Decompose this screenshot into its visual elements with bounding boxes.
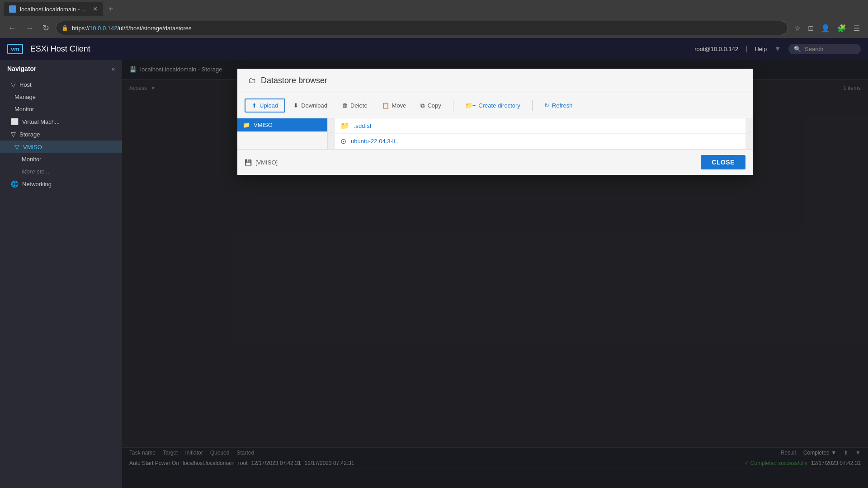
- bookmark-button[interactable]: ☆: [792, 22, 803, 34]
- app-logo: vm: [7, 44, 23, 54]
- sidebar-collapse-button[interactable]: «: [112, 66, 115, 72]
- sidebar-item-label: Monitor: [14, 106, 34, 113]
- vm-icon: ⬜: [11, 118, 19, 125]
- footer-path: 💾 [VMISO]: [245, 159, 278, 166]
- header-search[interactable]: 🔍 Search: [788, 44, 861, 54]
- extensions-button[interactable]: 🧩: [835, 22, 849, 34]
- sidebar-item-storage[interactable]: ▽ Storage: [0, 128, 122, 141]
- toolbar-divider-2: [532, 100, 533, 111]
- sidebar-item-vmiso-monitor[interactable]: Monitor: [0, 153, 122, 165]
- sidebar-item-label: Manage: [14, 94, 36, 100]
- toolbar-divider: [453, 100, 453, 111]
- sidebar-item-networking[interactable]: 🌐 Networking: [0, 178, 122, 190]
- header-user[interactable]: root@10.0.0.142: [694, 46, 738, 52]
- storage-icon: ▽: [11, 131, 16, 138]
- sidebar-title: Navigator: [7, 65, 37, 72]
- datastore-icon: ▽: [14, 143, 19, 150]
- profile-button[interactable]: 👤: [818, 22, 833, 34]
- active-tab[interactable]: localhost.localdomain - VMwar... ✕: [4, 2, 103, 16]
- modal-footer: 💾 [VMISO] CLOSE: [237, 149, 753, 175]
- sidebar-item-manage[interactable]: Manage: [0, 91, 122, 103]
- menu-button[interactable]: ☰: [851, 22, 863, 34]
- browser-icon: 🗂: [248, 76, 256, 85]
- file-name-sdd: .sdd.sf: [354, 122, 371, 129]
- new-tab-button[interactable]: +: [107, 3, 115, 16]
- main-layout: Navigator « ▽ Host Manage Monitor ⬜ Virt…: [0, 60, 868, 488]
- tab-favicon: [9, 5, 16, 13]
- sidebar: Navigator « ▽ Host Manage Monitor ⬜ Virt…: [0, 60, 122, 488]
- upload-label: Upload: [259, 102, 278, 109]
- tree-item-label: VMISO: [254, 122, 273, 128]
- url-display: https://10.0.0.142/ui/#/host/storage/dat…: [72, 25, 192, 32]
- host-icon: ▽: [11, 81, 16, 88]
- copy-icon: ⧉: [420, 102, 425, 109]
- iso-file-icon: ⊙: [340, 137, 346, 145]
- sidebar-item-label: More sto...: [22, 168, 49, 175]
- sidebar-item-monitor[interactable]: Monitor: [0, 103, 122, 115]
- drag-handle-2[interactable]: ⋮: [745, 118, 753, 149]
- refresh-button[interactable]: ↻ Refresh: [538, 99, 579, 112]
- security-icon: 🔒: [61, 25, 68, 31]
- modal-header: 🗂 Datastore browser: [237, 69, 753, 93]
- refresh-label: Refresh: [552, 102, 573, 109]
- sidebar-item-label: Storage: [19, 131, 40, 138]
- file-item-sdd[interactable]: 📁 .sdd.sf: [335, 118, 745, 134]
- tree-item-vmiso[interactable]: 📁 VMISO: [237, 118, 327, 131]
- nav-icons: ☆ ⊡ 👤 🧩 ☰: [792, 22, 863, 34]
- footer-path-label: [VMISO]: [255, 159, 278, 166]
- datastore-browser-modal: 🗂 Datastore browser ⬆ Upload ⬇ Download …: [237, 69, 753, 175]
- tab-title: localhost.localdomain - VMwar...: [20, 6, 90, 13]
- networking-icon: 🌐: [11, 180, 19, 188]
- move-label: Move: [392, 102, 406, 109]
- folder-icon: 📁: [243, 122, 250, 128]
- move-button[interactable]: 📋 Move: [376, 99, 413, 112]
- url-host: 10.0.0.142: [90, 25, 117, 32]
- delete-icon: 🗑: [342, 102, 348, 109]
- content-area: 💾 localhost.localdomain - Storage Access…: [122, 60, 868, 488]
- file-tree: 📁 VMISO: [237, 118, 328, 149]
- modal-overlay: 🗂 Datastore browser ⬆ Upload ⬇ Download …: [122, 60, 868, 488]
- modal-body: 📁 VMISO ⋮ 📁 .sdd.sf ⊙: [237, 118, 753, 149]
- forward-button[interactable]: →: [23, 22, 36, 35]
- upload-button[interactable]: ⬆ Upload: [245, 99, 285, 113]
- move-icon: 📋: [382, 102, 389, 109]
- delete-button[interactable]: 🗑 Delete: [335, 99, 374, 112]
- app-title: ESXi Host Client: [30, 44, 90, 54]
- address-bar[interactable]: 🔒 https://10.0.0.142/ui/#/host/storage/d…: [56, 21, 788, 35]
- navigation-bar: ← → ↻ 🔒 https://10.0.0.142/ui/#/host/sto…: [0, 18, 868, 38]
- search-placeholder: Search: [805, 46, 823, 52]
- sidebar-item-host[interactable]: ▽ Host: [0, 78, 122, 91]
- search-icon: 🔍: [794, 46, 801, 52]
- modal-toolbar: ⬆ Upload ⬇ Download 🗑 Delete 📋 Move: [237, 93, 753, 118]
- tab-bar: localhost.localdomain - VMwar... ✕ +: [0, 0, 868, 18]
- app-header: vm ESXi Host Client root@10.0.0.142 | He…: [0, 38, 868, 60]
- header-help[interactable]: Help: [755, 46, 767, 52]
- file-name-ubuntu: ubuntu-22.04.3-li...: [351, 138, 400, 145]
- modal-title: Datastore browser: [261, 76, 327, 85]
- reload-button[interactable]: ↻: [40, 21, 52, 35]
- tab-close-icon[interactable]: ✕: [93, 6, 98, 12]
- create-dir-label: Create directory: [478, 102, 520, 109]
- back-button[interactable]: ←: [5, 22, 19, 35]
- delete-label: Delete: [350, 102, 368, 109]
- file-list: 📁 .sdd.sf ⊙ ubuntu-22.04.3-li...: [335, 118, 745, 149]
- drag-handle-1[interactable]: ⋮: [328, 118, 335, 149]
- download-icon: ⬇: [293, 102, 298, 109]
- copy-button[interactable]: ⧉ Copy: [414, 99, 447, 112]
- sidebar-header: Navigator «: [0, 60, 122, 78]
- file-item-ubuntu[interactable]: ⊙ ubuntu-22.04.3-li...: [335, 134, 745, 149]
- download-button[interactable]: ⬇ Download: [287, 99, 334, 112]
- copy-label: Copy: [427, 102, 441, 109]
- sidebar-item-label: Monitor: [22, 156, 41, 163]
- download-label: Download: [301, 102, 327, 109]
- sidebar-item-label: Virtual Mach...: [22, 118, 60, 125]
- sidebar-item-label: VMISO: [23, 144, 42, 150]
- pocket-button[interactable]: ⊡: [805, 22, 816, 34]
- upload-icon: ⬆: [252, 102, 257, 109]
- close-button[interactable]: CLOSE: [701, 155, 745, 169]
- folder-file-icon: 📁: [340, 122, 349, 130]
- sidebar-item-vms[interactable]: ⬜ Virtual Mach...: [0, 115, 122, 128]
- sidebar-item-more-storage[interactable]: More sto...: [0, 165, 122, 178]
- sidebar-item-vmiso[interactable]: ▽ VMISO: [0, 141, 122, 153]
- create-directory-button[interactable]: 📁+ Create directory: [459, 99, 527, 112]
